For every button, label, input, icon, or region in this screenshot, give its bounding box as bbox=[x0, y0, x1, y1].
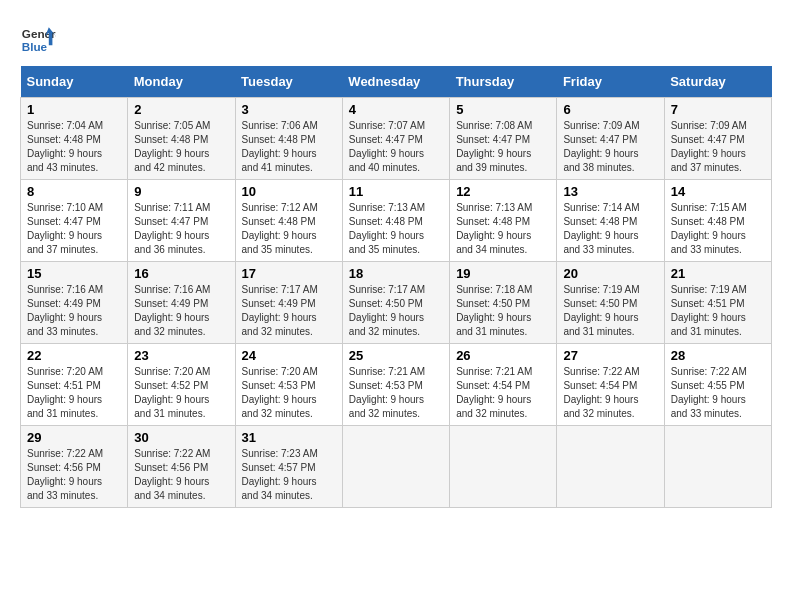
calendar-cell: 11 Sunrise: 7:13 AMSunset: 4:48 PMDaylig… bbox=[342, 180, 449, 262]
calendar-cell bbox=[664, 426, 771, 508]
calendar-cell: 4 Sunrise: 7:07 AMSunset: 4:47 PMDayligh… bbox=[342, 98, 449, 180]
calendar-cell: 6 Sunrise: 7:09 AMSunset: 4:47 PMDayligh… bbox=[557, 98, 664, 180]
calendar-cell: 19 Sunrise: 7:18 AMSunset: 4:50 PMDaylig… bbox=[450, 262, 557, 344]
day-detail: Sunrise: 7:06 AMSunset: 4:48 PMDaylight:… bbox=[242, 120, 318, 173]
day-detail: Sunrise: 7:07 AMSunset: 4:47 PMDaylight:… bbox=[349, 120, 425, 173]
day-detail: Sunrise: 7:16 AMSunset: 4:49 PMDaylight:… bbox=[134, 284, 210, 337]
calendar-cell: 1 Sunrise: 7:04 AMSunset: 4:48 PMDayligh… bbox=[21, 98, 128, 180]
calendar-cell: 26 Sunrise: 7:21 AMSunset: 4:54 PMDaylig… bbox=[450, 344, 557, 426]
logo-icon: General Blue bbox=[20, 20, 56, 56]
calendar-cell: 2 Sunrise: 7:05 AMSunset: 4:48 PMDayligh… bbox=[128, 98, 235, 180]
calendar-cell bbox=[342, 426, 449, 508]
header: General Blue bbox=[20, 20, 772, 56]
calendar-cell: 18 Sunrise: 7:17 AMSunset: 4:50 PMDaylig… bbox=[342, 262, 449, 344]
day-detail: Sunrise: 7:20 AMSunset: 4:51 PMDaylight:… bbox=[27, 366, 103, 419]
calendar-body: 1 Sunrise: 7:04 AMSunset: 4:48 PMDayligh… bbox=[21, 98, 772, 508]
calendar-cell: 12 Sunrise: 7:13 AMSunset: 4:48 PMDaylig… bbox=[450, 180, 557, 262]
day-number: 26 bbox=[456, 348, 550, 363]
day-number: 16 bbox=[134, 266, 228, 281]
calendar-cell: 10 Sunrise: 7:12 AMSunset: 4:48 PMDaylig… bbox=[235, 180, 342, 262]
calendar-week-row: 22 Sunrise: 7:20 AMSunset: 4:51 PMDaylig… bbox=[21, 344, 772, 426]
day-detail: Sunrise: 7:23 AMSunset: 4:57 PMDaylight:… bbox=[242, 448, 318, 501]
day-detail: Sunrise: 7:14 AMSunset: 4:48 PMDaylight:… bbox=[563, 202, 639, 255]
day-number: 7 bbox=[671, 102, 765, 117]
day-detail: Sunrise: 7:10 AMSunset: 4:47 PMDaylight:… bbox=[27, 202, 103, 255]
day-detail: Sunrise: 7:19 AMSunset: 4:50 PMDaylight:… bbox=[563, 284, 639, 337]
day-number: 29 bbox=[27, 430, 121, 445]
day-number: 3 bbox=[242, 102, 336, 117]
day-detail: Sunrise: 7:16 AMSunset: 4:49 PMDaylight:… bbox=[27, 284, 103, 337]
day-detail: Sunrise: 7:05 AMSunset: 4:48 PMDaylight:… bbox=[134, 120, 210, 173]
calendar-cell: 24 Sunrise: 7:20 AMSunset: 4:53 PMDaylig… bbox=[235, 344, 342, 426]
weekday-header: Friday bbox=[557, 66, 664, 98]
day-detail: Sunrise: 7:09 AMSunset: 4:47 PMDaylight:… bbox=[671, 120, 747, 173]
day-number: 23 bbox=[134, 348, 228, 363]
calendar-cell: 9 Sunrise: 7:11 AMSunset: 4:47 PMDayligh… bbox=[128, 180, 235, 262]
day-detail: Sunrise: 7:12 AMSunset: 4:48 PMDaylight:… bbox=[242, 202, 318, 255]
day-detail: Sunrise: 7:18 AMSunset: 4:50 PMDaylight:… bbox=[456, 284, 532, 337]
day-detail: Sunrise: 7:22 AMSunset: 4:56 PMDaylight:… bbox=[27, 448, 103, 501]
day-number: 9 bbox=[134, 184, 228, 199]
calendar-week-row: 29 Sunrise: 7:22 AMSunset: 4:56 PMDaylig… bbox=[21, 426, 772, 508]
calendar-cell: 15 Sunrise: 7:16 AMSunset: 4:49 PMDaylig… bbox=[21, 262, 128, 344]
day-number: 12 bbox=[456, 184, 550, 199]
day-number: 31 bbox=[242, 430, 336, 445]
calendar-table: SundayMondayTuesdayWednesdayThursdayFrid… bbox=[20, 66, 772, 508]
day-number: 20 bbox=[563, 266, 657, 281]
day-number: 24 bbox=[242, 348, 336, 363]
calendar-cell: 13 Sunrise: 7:14 AMSunset: 4:48 PMDaylig… bbox=[557, 180, 664, 262]
day-detail: Sunrise: 7:21 AMSunset: 4:54 PMDaylight:… bbox=[456, 366, 532, 419]
day-number: 28 bbox=[671, 348, 765, 363]
calendar-cell: 17 Sunrise: 7:17 AMSunset: 4:49 PMDaylig… bbox=[235, 262, 342, 344]
day-detail: Sunrise: 7:17 AMSunset: 4:50 PMDaylight:… bbox=[349, 284, 425, 337]
calendar-header-row: SundayMondayTuesdayWednesdayThursdayFrid… bbox=[21, 66, 772, 98]
calendar-cell: 30 Sunrise: 7:22 AMSunset: 4:56 PMDaylig… bbox=[128, 426, 235, 508]
day-number: 6 bbox=[563, 102, 657, 117]
day-detail: Sunrise: 7:04 AMSunset: 4:48 PMDaylight:… bbox=[27, 120, 103, 173]
calendar-week-row: 1 Sunrise: 7:04 AMSunset: 4:48 PMDayligh… bbox=[21, 98, 772, 180]
day-detail: Sunrise: 7:20 AMSunset: 4:53 PMDaylight:… bbox=[242, 366, 318, 419]
day-number: 17 bbox=[242, 266, 336, 281]
day-detail: Sunrise: 7:19 AMSunset: 4:51 PMDaylight:… bbox=[671, 284, 747, 337]
day-detail: Sunrise: 7:22 AMSunset: 4:54 PMDaylight:… bbox=[563, 366, 639, 419]
day-number: 2 bbox=[134, 102, 228, 117]
day-detail: Sunrise: 7:22 AMSunset: 4:55 PMDaylight:… bbox=[671, 366, 747, 419]
day-number: 19 bbox=[456, 266, 550, 281]
calendar-cell: 22 Sunrise: 7:20 AMSunset: 4:51 PMDaylig… bbox=[21, 344, 128, 426]
day-detail: Sunrise: 7:11 AMSunset: 4:47 PMDaylight:… bbox=[134, 202, 210, 255]
day-number: 30 bbox=[134, 430, 228, 445]
svg-text:Blue: Blue bbox=[22, 40, 48, 53]
weekday-header: Saturday bbox=[664, 66, 771, 98]
day-detail: Sunrise: 7:09 AMSunset: 4:47 PMDaylight:… bbox=[563, 120, 639, 173]
weekday-header: Monday bbox=[128, 66, 235, 98]
day-number: 5 bbox=[456, 102, 550, 117]
weekday-header: Tuesday bbox=[235, 66, 342, 98]
day-detail: Sunrise: 7:13 AMSunset: 4:48 PMDaylight:… bbox=[349, 202, 425, 255]
weekday-header: Wednesday bbox=[342, 66, 449, 98]
calendar-cell: 14 Sunrise: 7:15 AMSunset: 4:48 PMDaylig… bbox=[664, 180, 771, 262]
day-number: 10 bbox=[242, 184, 336, 199]
day-number: 11 bbox=[349, 184, 443, 199]
calendar-cell: 28 Sunrise: 7:22 AMSunset: 4:55 PMDaylig… bbox=[664, 344, 771, 426]
calendar-week-row: 15 Sunrise: 7:16 AMSunset: 4:49 PMDaylig… bbox=[21, 262, 772, 344]
calendar-cell: 29 Sunrise: 7:22 AMSunset: 4:56 PMDaylig… bbox=[21, 426, 128, 508]
day-detail: Sunrise: 7:21 AMSunset: 4:53 PMDaylight:… bbox=[349, 366, 425, 419]
day-detail: Sunrise: 7:13 AMSunset: 4:48 PMDaylight:… bbox=[456, 202, 532, 255]
logo: General Blue bbox=[20, 20, 56, 56]
day-number: 4 bbox=[349, 102, 443, 117]
weekday-header: Sunday bbox=[21, 66, 128, 98]
day-detail: Sunrise: 7:17 AMSunset: 4:49 PMDaylight:… bbox=[242, 284, 318, 337]
calendar-cell: 23 Sunrise: 7:20 AMSunset: 4:52 PMDaylig… bbox=[128, 344, 235, 426]
calendar-cell: 16 Sunrise: 7:16 AMSunset: 4:49 PMDaylig… bbox=[128, 262, 235, 344]
calendar-cell: 3 Sunrise: 7:06 AMSunset: 4:48 PMDayligh… bbox=[235, 98, 342, 180]
calendar-cell: 25 Sunrise: 7:21 AMSunset: 4:53 PMDaylig… bbox=[342, 344, 449, 426]
day-detail: Sunrise: 7:08 AMSunset: 4:47 PMDaylight:… bbox=[456, 120, 532, 173]
day-detail: Sunrise: 7:20 AMSunset: 4:52 PMDaylight:… bbox=[134, 366, 210, 419]
calendar-cell: 8 Sunrise: 7:10 AMSunset: 4:47 PMDayligh… bbox=[21, 180, 128, 262]
day-number: 1 bbox=[27, 102, 121, 117]
day-number: 25 bbox=[349, 348, 443, 363]
day-number: 27 bbox=[563, 348, 657, 363]
calendar-week-row: 8 Sunrise: 7:10 AMSunset: 4:47 PMDayligh… bbox=[21, 180, 772, 262]
day-number: 14 bbox=[671, 184, 765, 199]
weekday-header: Thursday bbox=[450, 66, 557, 98]
